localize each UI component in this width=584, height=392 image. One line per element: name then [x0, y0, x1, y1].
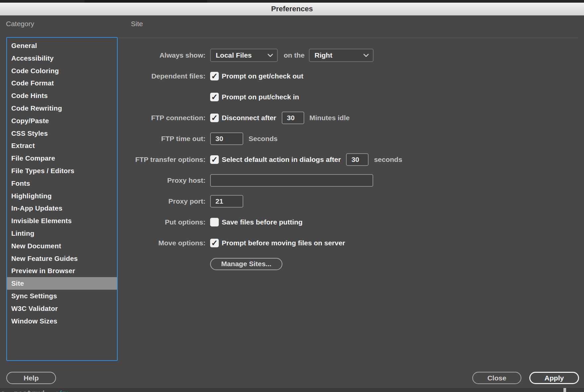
prompt-before-moving-checkbox[interactable]: ✓ — [210, 239, 219, 247]
dialog-seconds-label: seconds — [374, 156, 402, 164]
sidebar-item-preview-in-browser[interactable]: Preview in Browser — [7, 265, 117, 277]
dependent-files-label: Dependent files: — [119, 72, 205, 80]
sidebar-item-new-feature-guides[interactable]: New Feature Guides — [7, 252, 117, 265]
prompt-put-checkbox[interactable]: ✓ — [210, 93, 219, 101]
sidebar-item-code-format[interactable]: Code Format — [7, 77, 117, 89]
site-settings-form: Always show: Local Files on the Right De… — [119, 49, 584, 278]
manage-sites-button[interactable]: Manage Sites... — [210, 258, 282, 270]
sidebar-item-general[interactable]: General — [7, 39, 117, 52]
ftp-timeout-row: FTP time out: Seconds — [119, 132, 584, 145]
default-action-checkbox[interactable]: ✓ — [210, 155, 219, 164]
proxy-port-row: Proxy port: — [119, 195, 584, 208]
sidebar-item-sync-settings[interactable]: Sync Settings — [7, 290, 117, 302]
ftp-timeout-input[interactable] — [210, 132, 243, 145]
category-list: GeneralAccessibilityCode ColoringCode Fo… — [6, 37, 118, 361]
help-label: Help — [24, 374, 39, 382]
sidebar-item-in-app-updates[interactable]: In-App Updates — [7, 202, 117, 215]
check-icon: ✓ — [211, 72, 218, 80]
background-scrollbar-hint — [563, 388, 566, 392]
check-icon: ✓ — [211, 156, 218, 164]
check-icon: ✓ — [211, 114, 218, 122]
background-window-bottom-edge: s nostrud </p> — [0, 388, 584, 392]
ftp-connection-label: FTP connection: — [119, 114, 205, 122]
panel-title: Site — [131, 20, 143, 28]
always-show-side-value: Right — [315, 51, 357, 59]
sidebar-item-w3c-validator[interactable]: W3C Validator — [7, 302, 117, 315]
prompt-get-label: Prompt on get/check out — [222, 72, 303, 80]
seconds-label: Seconds — [249, 135, 278, 143]
apply-button[interactable]: Apply — [529, 372, 579, 384]
sidebar-item-window-sizes[interactable]: Window Sizes — [7, 315, 117, 327]
sidebar-item-site[interactable]: Site — [7, 277, 117, 290]
always-show-row: Always show: Local Files on the Right — [119, 49, 584, 62]
background-code-fragment: s nostrud </p> — [1, 389, 71, 392]
manage-sites-label: Manage Sites... — [221, 260, 271, 268]
always-show-files-dropdown[interactable]: Local Files — [210, 49, 278, 62]
sidebar-item-extract[interactable]: Extract — [7, 139, 117, 152]
help-button[interactable]: Help — [6, 372, 56, 384]
move-options-label: Move options: — [119, 239, 205, 247]
sidebar-item-code-coloring[interactable]: Code Coloring — [7, 65, 117, 77]
dependent-files-row-2: ✓ Prompt on put/check in — [119, 90, 584, 104]
put-options-row: Put options: Save files before putting — [119, 216, 584, 229]
background-tab-hint — [85, 0, 207, 3]
minutes-idle-label: Minutes idle — [310, 114, 350, 122]
ftp-timeout-label: FTP time out: — [119, 135, 205, 143]
check-icon: ✓ — [211, 239, 218, 247]
always-show-label: Always show: — [119, 51, 205, 59]
prompt-get-checkbox[interactable]: ✓ — [210, 72, 219, 80]
ftp-transfer-row: FTP transfer options: ✓ Select default a… — [119, 153, 584, 166]
panel-divider — [119, 38, 578, 38]
ftp-connection-row: FTP connection: ✓ Disconnect after Minut… — [119, 111, 584, 124]
check-icon: ✓ — [211, 93, 218, 101]
dialog-seconds-input[interactable] — [346, 153, 369, 166]
manage-sites-row: Manage Sites... — [119, 257, 584, 270]
sidebar-item-css-styles[interactable]: CSS Styles — [7, 127, 117, 140]
put-options-label: Put options: — [119, 218, 205, 226]
chevron-down-icon — [363, 54, 369, 57]
proxy-port-label: Proxy port: — [119, 197, 205, 205]
save-before-putting-checkbox[interactable] — [210, 218, 219, 226]
background-window-top-edge — [0, 0, 584, 3]
prompt-put-label: Prompt on put/check in — [222, 93, 299, 101]
apply-label: Apply — [545, 374, 564, 382]
disconnect-after-label: Disconnect after — [222, 114, 276, 122]
chevron-down-icon — [267, 54, 273, 57]
proxy-host-label: Proxy host: — [119, 176, 205, 184]
close-button[interactable]: Close — [472, 372, 521, 384]
sidebar-item-file-types-editors[interactable]: File Types / Editors — [7, 165, 117, 177]
proxy-host-row: Proxy host: — [119, 174, 584, 187]
proxy-port-input[interactable] — [210, 195, 243, 208]
always-show-files-value: Local Files — [216, 51, 262, 59]
sidebar-item-fonts[interactable]: Fonts — [7, 177, 117, 190]
always-show-side-dropdown[interactable]: Right — [309, 49, 374, 62]
sidebar-item-invisible-elements[interactable]: Invisible Elements — [7, 215, 117, 227]
sidebar-item-file-compare[interactable]: File Compare — [7, 152, 117, 165]
dialog-title: Preferences — [271, 5, 313, 13]
category-heading: Category — [6, 20, 34, 28]
sidebar-item-code-hints[interactable]: Code Hints — [7, 89, 117, 102]
sidebar-item-linting[interactable]: Linting — [7, 227, 117, 240]
ftp-transfer-label: FTP transfer options: — [119, 156, 205, 164]
move-options-row: Move options: ✓ Prompt before moving fil… — [119, 236, 584, 250]
save-before-putting-label: Save files before putting — [222, 218, 303, 226]
disconnect-after-checkbox[interactable]: ✓ — [210, 114, 219, 122]
sidebar-item-accessibility[interactable]: Accessibility — [7, 52, 117, 65]
on-the-label: on the — [284, 51, 305, 59]
sidebar-item-copy-paste[interactable]: Copy/Paste — [7, 115, 117, 127]
sidebar-item-code-rewriting[interactable]: Code Rewriting — [7, 102, 117, 115]
dialog-titlebar: Preferences — [0, 3, 584, 16]
sidebar-item-highlighting[interactable]: Highlighting — [7, 190, 117, 202]
html-tag-text: </p> — [53, 389, 71, 392]
sidebar-item-new-document[interactable]: New Document — [7, 240, 117, 252]
close-label: Close — [487, 374, 506, 382]
minutes-idle-input[interactable] — [282, 112, 304, 124]
proxy-host-input[interactable] — [210, 174, 373, 187]
prompt-before-moving-label: Prompt before moving files on server — [222, 239, 345, 247]
default-action-label: Select default action in dialogs after — [222, 156, 341, 164]
dependent-files-row: Dependent files: ✓ Prompt on get/check o… — [119, 70, 584, 83]
